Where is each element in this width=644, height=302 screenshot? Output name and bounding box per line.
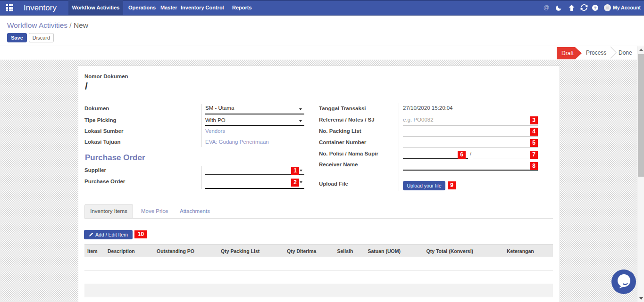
svg-text:?: ? xyxy=(594,5,596,10)
svg-text:Draft: Draft xyxy=(561,50,574,57)
